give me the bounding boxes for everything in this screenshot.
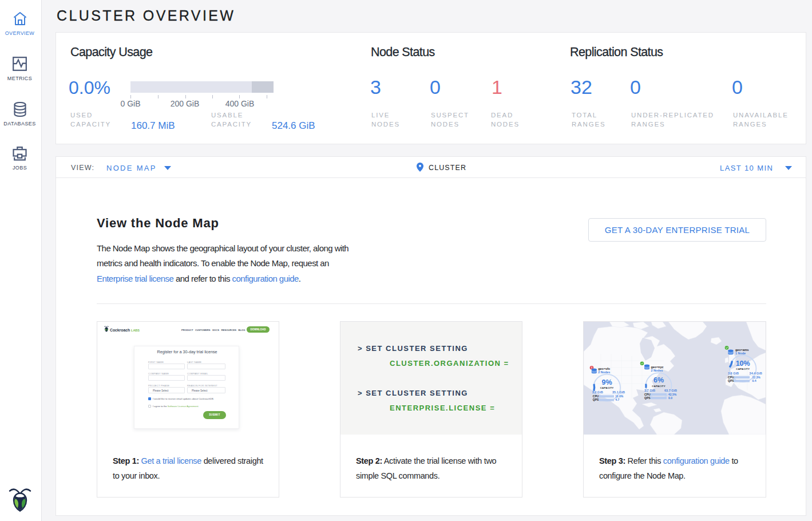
- svg-text:6%: 6%: [653, 376, 664, 384]
- svg-text:geo=nyc: geo=nyc: [651, 365, 663, 369]
- svg-text:1 Node: 1 Node: [735, 352, 746, 355]
- svg-text:CAPACITY: CAPACITY: [736, 368, 750, 370]
- svg-text:35.1 GiB: 35.1 GiB: [612, 390, 625, 394]
- svg-text:CPU: CPU: [593, 394, 599, 398]
- svg-text:3.7 GiB: 3.7 GiB: [644, 389, 655, 392]
- svg-text:42.5%: 42.5%: [668, 393, 677, 396]
- svg-text:3.6 GiB: 3.6 GiB: [728, 372, 739, 375]
- svg-text:11.0%: 11.0%: [615, 394, 623, 398]
- svg-text:9%: 9%: [602, 378, 612, 386]
- svg-text:QPS: QPS: [728, 379, 734, 382]
- svg-text:63.7 GiB: 63.7 GiB: [664, 389, 677, 392]
- svg-text:0.4: 0.4: [752, 379, 756, 382]
- svg-text:QPS: QPS: [593, 398, 599, 401]
- svg-text:0.0: 0.0: [668, 396, 672, 400]
- svg-text:geo=ams: geo=ams: [735, 348, 749, 352]
- svg-text:3.2 GiB: 3.2 GiB: [592, 390, 603, 394]
- svg-text:12.3%: 12.3%: [752, 376, 761, 379]
- svg-text:CPU: CPU: [644, 393, 651, 396]
- svg-text:CAPACITY: CAPACITY: [600, 386, 614, 389]
- svg-text:geo=sfo: geo=sfo: [598, 367, 611, 370]
- svg-text:34.4 GiB: 34.4 GiB: [750, 372, 762, 375]
- svg-text:QPS: QPS: [644, 396, 651, 400]
- svg-text:10%: 10%: [736, 360, 750, 368]
- svg-text:CAPACITY: CAPACITY: [652, 385, 666, 388]
- svg-text:2 Nodes: 2 Nodes: [651, 369, 663, 372]
- svg-text:2 Nodes: 2 Nodes: [598, 370, 610, 374]
- svg-text:CPU: CPU: [728, 376, 734, 379]
- svg-text:4.7: 4.7: [615, 398, 619, 401]
